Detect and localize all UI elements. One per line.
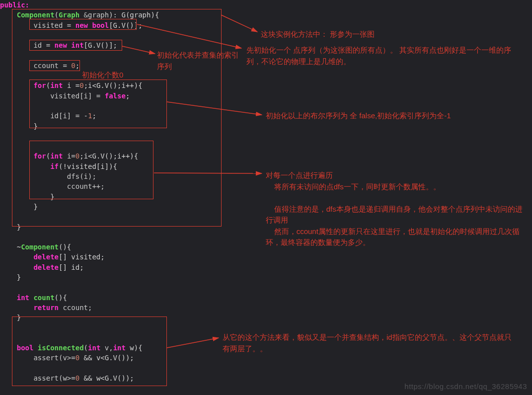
constructor-name: Component: [17, 11, 55, 19]
annot-loop: 对每一个点进行遍历 将所有未访问的点dfs一下，同时更新个数属性。。 值得注意的…: [266, 170, 524, 248]
svg-line-3: [167, 102, 262, 115]
annot-points: 先初始化一个 点序列（为这张图的所有点）。 其实所有点也刚好是一个一维的序列，不…: [246, 45, 525, 67]
kw-public: public:: [0, 1, 29, 9]
annot-title: 这块实例化方法中： 形参为一张图: [261, 29, 375, 40]
watermark: https://blog.csdn.net/qq_36285943: [404, 381, 527, 392]
annot-count0: 初始化个数0: [82, 70, 123, 81]
svg-line-4: [154, 173, 262, 173]
svg-line-0: [221, 15, 257, 32]
code-block: public: Component(Graph &graph): G(graph…: [0, 0, 159, 395]
annot-boolinit: 初始化以上的布尔序列为 全 false,初始化索引序列为全-1: [266, 110, 514, 122]
annot-index: 初始化代表并查集的索引序列: [157, 50, 241, 72]
svg-line-5: [167, 338, 219, 348]
annot-unionfind: 从它的这个方法来看，貌似又是一个并查集结构，id指向它的父节点。、这个父节点就只…: [223, 332, 516, 354]
